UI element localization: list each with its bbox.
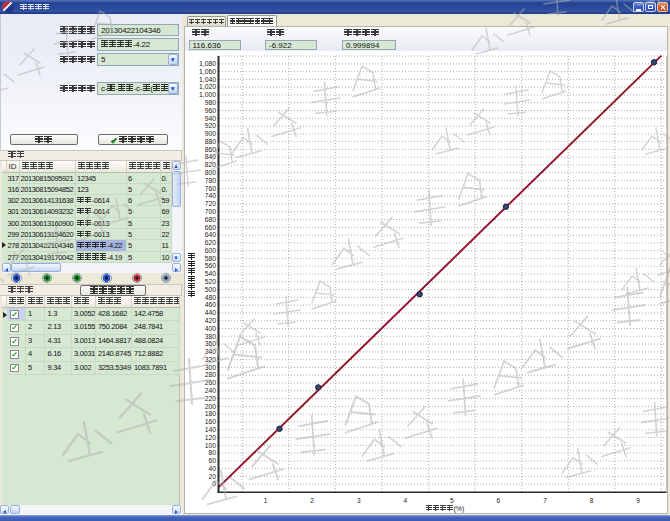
svg-text:8: 8 [590, 497, 594, 504]
svg-text:1,040: 1,040 [199, 76, 216, 83]
svg-text:260: 260 [205, 379, 217, 386]
svg-text:380: 380 [205, 333, 217, 340]
svg-text:780: 780 [205, 177, 217, 184]
svg-text:5: 5 [450, 497, 454, 504]
svg-text:340: 340 [205, 348, 217, 355]
svg-text:660: 660 [205, 224, 217, 231]
svg-text:120: 120 [205, 434, 217, 441]
svg-text:760: 760 [205, 185, 217, 192]
svg-text:4: 4 [403, 497, 407, 504]
svg-text:920: 920 [205, 122, 217, 129]
svg-text:80: 80 [208, 449, 216, 456]
svg-text:520: 520 [205, 278, 217, 285]
svg-text:60: 60 [208, 457, 216, 464]
svg-text:160: 160 [205, 418, 217, 425]
svg-text:440: 440 [205, 309, 217, 316]
svg-text:100: 100 [205, 442, 217, 449]
svg-text:2: 2 [310, 497, 314, 504]
svg-text:0: 0 [212, 480, 216, 487]
svg-text:880: 880 [205, 138, 217, 145]
svg-text:700: 700 [205, 208, 217, 215]
svg-text:820: 820 [205, 161, 217, 168]
svg-text:500: 500 [205, 286, 217, 293]
svg-text:20: 20 [208, 473, 216, 480]
svg-text:9: 9 [636, 497, 640, 504]
svg-text:3: 3 [357, 497, 361, 504]
svg-text:180: 180 [205, 410, 217, 417]
svg-text:680: 680 [205, 216, 217, 223]
svg-text:1,020: 1,020 [199, 83, 216, 90]
svg-text:640: 640 [205, 231, 217, 238]
svg-text:580: 580 [205, 255, 217, 262]
svg-text:1: 1 [264, 497, 268, 504]
svg-text:980: 980 [205, 99, 217, 106]
svg-text:1,080: 1,080 [199, 60, 216, 67]
svg-text:1,060: 1,060 [199, 68, 216, 75]
svg-text:320: 320 [205, 356, 217, 363]
svg-text:600: 600 [205, 247, 217, 254]
svg-text:1,000: 1,000 [199, 91, 216, 98]
svg-text:740: 740 [205, 192, 217, 199]
svg-text:960: 960 [205, 107, 217, 114]
svg-text:840: 840 [205, 153, 217, 160]
svg-text:200: 200 [205, 403, 217, 410]
svg-text:620: 620 [205, 239, 217, 246]
svg-text:6: 6 [497, 497, 501, 504]
svg-text:420: 420 [205, 317, 217, 324]
svg-text:220: 220 [205, 395, 217, 402]
svg-text:480: 480 [205, 294, 217, 301]
svg-text:360: 360 [205, 340, 217, 347]
svg-text:940: 940 [205, 115, 217, 122]
svg-text:400: 400 [205, 325, 217, 332]
svg-text:40: 40 [208, 465, 216, 472]
svg-text:140: 140 [205, 426, 217, 433]
svg-text:900: 900 [205, 130, 217, 137]
svg-text:460: 460 [205, 301, 217, 308]
svg-text:560: 560 [205, 262, 217, 269]
svg-text:280: 280 [205, 371, 217, 378]
svg-text:540: 540 [205, 270, 217, 277]
svg-text:860: 860 [205, 146, 217, 153]
svg-text:300: 300 [205, 364, 217, 371]
svg-text:7: 7 [543, 497, 547, 504]
svg-text:800: 800 [205, 169, 217, 176]
svg-text:240: 240 [205, 387, 217, 394]
svg-text:720: 720 [205, 200, 217, 207]
